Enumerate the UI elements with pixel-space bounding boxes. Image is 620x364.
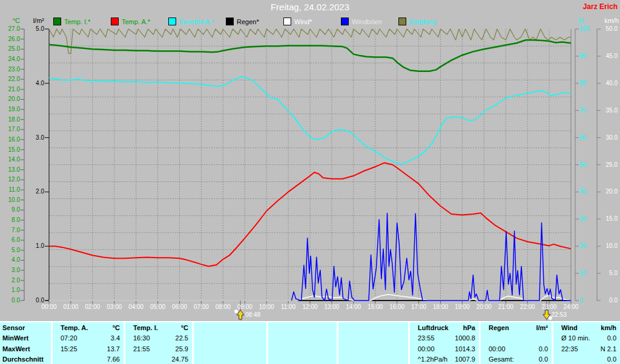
sensor-measurement-value: 3.4: [111, 334, 124, 342]
series-Temp. A.: [49, 163, 571, 266]
wind-axis-tick-label: 40.0: [601, 80, 618, 87]
sensor-time-value: 16:30: [125, 334, 150, 342]
rain-axis-tick-label: 3.0: [24, 134, 44, 141]
temp-axis-tick-label: 27.0: [0, 25, 20, 33]
table-cell: 21:5525.9: [125, 343, 192, 354]
temp-axis-tick-label: 15.0: [0, 146, 20, 154]
temp-axis-tick-label: 25.0: [0, 45, 20, 53]
sensor-name-label: Wind: [553, 324, 578, 331]
table-cell: Temp. A.°C: [53, 322, 124, 333]
temp-axis-tick-label: 2.0: [0, 277, 20, 284]
table-cell: [268, 354, 337, 364]
sensor-measurement-value: 1000.8: [455, 334, 479, 342]
humidity-axis-tick-label: 100: [579, 25, 598, 33]
temp-axis-tick-label: 18.0: [0, 116, 20, 123]
sensor-measurement-value: 25.9: [176, 345, 192, 353]
time-axis-label: 24:00: [558, 304, 584, 310]
humidity-axis-tick-label: 80: [579, 80, 598, 87]
temp-axis-tick-label: 19.0: [0, 106, 20, 113]
rain-axis-tick-label: 4.0: [24, 80, 44, 87]
temp-axis-tick-label: 26.0: [0, 36, 20, 43]
wind-axis-tick-label: 35.0: [601, 107, 618, 114]
table-cell: 15:2513.7: [53, 343, 124, 354]
sensor-time-value: Gesamt:: [481, 356, 514, 363]
sensor-measurement-value: 22.5: [176, 334, 192, 342]
table-cell: MinWert: [0, 333, 51, 343]
table-cell: Ø 10 min.0.0: [553, 333, 620, 343]
table-cell: [268, 322, 337, 333]
sensor-unit-label: hPa: [463, 324, 479, 331]
temp-axis-tick-label: 7.0: [0, 227, 20, 234]
table-cell: 00:001014.3: [410, 343, 479, 354]
table-row-header-column: SensorMinWertMaxWertDurchschnitt: [0, 322, 53, 364]
temp-axis-tick-label: 10.0: [0, 197, 20, 204]
temp-axis-tick-label: 9.0: [0, 206, 20, 213]
sensor-time-value: 23:55: [410, 334, 435, 342]
temp-axis-tick-label: 3.0: [0, 267, 20, 274]
sensor-measurement-value: 0.0: [539, 356, 552, 363]
sensor-measurement-value: N 2.1: [601, 345, 620, 353]
humidity-axis-tick-label: 70: [579, 107, 598, 114]
sun-time-label: 22:53: [552, 311, 567, 318]
sensor-measurement-value: 24.75: [171, 356, 192, 363]
humidity-axis-tick-label: 90: [579, 53, 598, 60]
table-cell: 22:35N 2.1: [553, 343, 620, 354]
sensor-time-value: 22:35: [553, 345, 578, 353]
temp-axis-tick-label: 13.0: [0, 166, 20, 174]
sensor-measurement-value: 0.0: [607, 334, 620, 342]
sensor-unit-label: °C: [113, 324, 124, 331]
table-cell: 7.66: [53, 354, 124, 364]
humidity-axis-tick-label: 40: [579, 188, 598, 195]
table-cell: 0.0: [553, 354, 620, 364]
table-cell: MaxWert: [0, 343, 51, 354]
table-cell: 16:3022.5: [125, 333, 192, 343]
temp-axis-tick-label: 1.0: [0, 287, 20, 294]
table-row-header: MaxWert: [0, 345, 30, 353]
table-sensor-column: Temp. A.°C07:203.415:2513.77.66: [53, 322, 125, 364]
table-cell: Windkm/h: [553, 322, 620, 333]
table-cell: [194, 354, 266, 364]
table-cell: Durchschnitt: [0, 354, 51, 364]
temp-axis-tick-label: 20.0: [0, 96, 20, 103]
wind-axis-tick-label: 15.0: [601, 215, 618, 223]
temp-axis-tick-label: 21.0: [0, 86, 20, 93]
wind-axis-tick-label: 30.0: [601, 134, 618, 141]
sensor-measurement-value: 1007.9: [455, 356, 479, 363]
sensor-measurement-value: 13.7: [107, 345, 124, 353]
table-cell: [338, 333, 408, 343]
table-sensor-column: LuftdruckhPa23:551000.800:001014.3^1.2hP…: [410, 322, 481, 364]
table-row-header: Sensor: [0, 324, 25, 331]
table-sensor-column: [194, 322, 268, 364]
wind-axis-tick-label: 25.0: [601, 161, 618, 169]
table-cell: Sensor: [0, 322, 51, 333]
humidity-axis-tick-label: 20: [579, 242, 598, 250]
sensor-name-label: Luftdruck: [410, 324, 449, 331]
sensor-time-value: 15:25: [53, 345, 78, 353]
table-cell: [268, 343, 337, 354]
humidity-axis-tick-label: 10: [579, 270, 598, 277]
table-cell: [268, 333, 337, 343]
series-Windböen: [292, 213, 572, 301]
rain-axis-tick-label: 1.0: [24, 242, 44, 250]
table-cell: Temp. I.°C: [125, 322, 192, 333]
humidity-axis-tick-label: 30: [579, 215, 598, 223]
temp-axis-tick-label: 8.0: [0, 216, 20, 224]
weather-app-window: Freitag, 24.02.2023 Jarz Erich °C l/m² %…: [0, 0, 620, 364]
table-sensor-column: [268, 322, 338, 364]
sensor-name-label: Temp. I.: [125, 324, 158, 331]
wind-axis-tick-label: 20.0: [601, 188, 618, 195]
humidity-axis-tick-label: 50: [579, 161, 598, 169]
table-cell: 07:203.4: [53, 333, 124, 343]
sensor-time-value: ^1.2hPa/h: [410, 356, 447, 363]
table-cell: [194, 343, 266, 354]
table-cell: 00:000.0: [481, 343, 552, 354]
wind-axis-tick-label: 45.0: [601, 53, 618, 60]
temp-axis-tick-label: 4.0: [0, 256, 20, 264]
table-sensor-column: Regenl/m²00:000.0Gesamt:0.0: [481, 322, 553, 364]
sensor-measurement-value: 1014.3: [455, 345, 479, 353]
wind-axis-tick-label: 10.0: [601, 242, 618, 250]
table-cell: 23:551000.8: [410, 333, 479, 343]
table-cell: [194, 333, 266, 343]
temp-axis-tick-label: 0.0: [0, 297, 20, 304]
sensor-time-value: 00:00: [410, 345, 435, 353]
